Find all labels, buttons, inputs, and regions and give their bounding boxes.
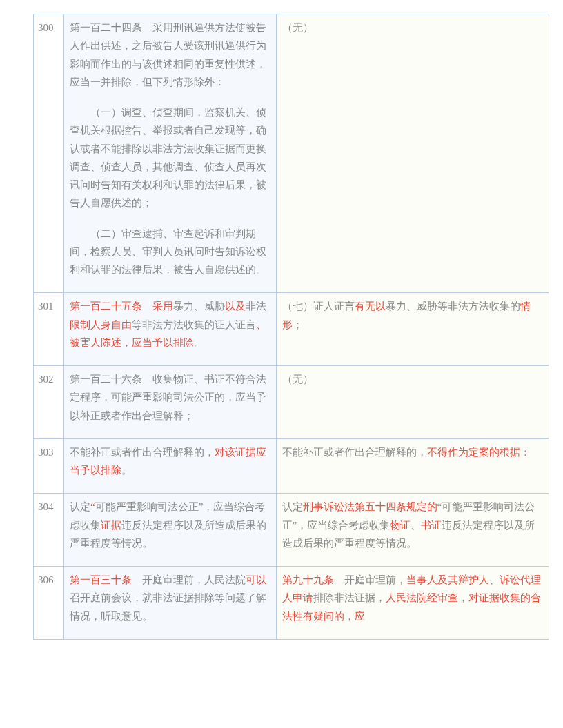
text: 非法: [246, 301, 266, 312]
comparison-table: 300 第一百二十四条 采用刑讯逼供方法使被告人作出供述，之后被告人受该刑讯逼供…: [33, 14, 549, 640]
highlight: “: [90, 501, 95, 512]
text: 不能补正或者作出合理解释的，: [282, 447, 427, 458]
text: 暴力、威胁等非法方法收集的: [386, 301, 520, 312]
paragraph: （二）审查逮捕、审查起诉和审判期间，检察人员、审判人员讯问时告知诉讼权利和认罪的…: [70, 225, 270, 279]
right-cell: （七）证人证言有无以暴力、威胁等非法方法收集的情形；: [276, 293, 549, 366]
table-row: 300 第一百二十四条 采用刑讯逼供方法使被告人作出供述，之后被告人受该刑讯逼供…: [34, 14, 549, 293]
left-cell: 第一百三十条 开庭审理前，人民法院可以召开庭前会议，就非法证据排除等问题了解情况…: [63, 567, 276, 640]
text: （七）: [282, 301, 313, 312]
highlight: 不得作为定案的根据: [427, 447, 520, 458]
text: 排除非法证据，: [313, 592, 386, 603]
text: 证人证言: [313, 301, 355, 312]
text: 开庭审理前，: [334, 574, 406, 585]
highlight: 第九十九条: [282, 574, 334, 585]
highlight: 可以: [246, 574, 266, 585]
row-number: 302: [34, 366, 64, 439]
row-number: 303: [34, 438, 64, 494]
text: 召开庭前会议，就非法证据排除等问题了解情况，听取意见。: [70, 592, 266, 621]
text: 暴力、威胁: [173, 301, 225, 312]
text: ，: [458, 592, 468, 603]
left-cell: 第一百二十六条 收集物证、书证不符合法定程序，可能严重影响司法公正的，应当予以补…: [63, 366, 276, 439]
highlight: 当事人及其辩护人: [406, 574, 489, 585]
table-row: 303 不能补正或者作出合理解释的，对该证据应当予以排除。 不能补正或者作出合理…: [34, 438, 549, 494]
right-cell: 不能补正或者作出合理解释的，不得作为定案的根据：: [276, 438, 549, 494]
text: 、: [411, 520, 421, 531]
text: 开庭审理前，人民法院: [132, 574, 246, 585]
table-row: 301 第一百二十五条 采用暴力、威胁以及非法限制人身自由等非法方法收集的证人证…: [34, 293, 549, 366]
text: 。: [194, 337, 204, 348]
text: 等非法方法收集的证人证言: [132, 319, 256, 330]
right-cell: （无）: [276, 14, 549, 293]
right-cell: 第九十九条 开庭审理前，当事人及其辩护人、诉讼代理人申请排除非法证据，人民法院经…: [276, 567, 549, 640]
table-row: 302 第一百二十六条 收集物证、书证不符合法定程序，可能严重影响司法公正的，应…: [34, 366, 549, 439]
paragraph: （无）: [282, 374, 313, 385]
highlight: 证据: [101, 520, 121, 531]
row-number: 306: [34, 567, 64, 640]
right-cell: （无）: [276, 366, 549, 439]
highlight: 以及: [225, 301, 246, 312]
highlight: 刑事诉讼法第五十四条规定的: [303, 501, 437, 512]
table-row: 306 第一百三十条 开庭审理前，人民法院可以召开庭前会议，就非法证据排除等问题…: [34, 567, 549, 640]
row-number: 301: [34, 293, 64, 366]
text: ：: [520, 447, 531, 458]
highlight: 有无以: [355, 301, 386, 312]
text: ，: [344, 611, 355, 622]
paragraph: （一）调查、侦查期间，监察机关、侦查机关根据控告、举报或者自己发现等，确认或者不…: [70, 103, 270, 212]
text: ；: [293, 319, 303, 330]
left-cell: 认定“可能严重影响司法公正”，应当综合考虑收集证据违反法定程序以及所造成后果的严…: [63, 494, 276, 567]
left-cell: 不能补正或者作出合理解释的，对该证据应当予以排除。: [63, 438, 276, 494]
text: 认定: [70, 501, 90, 512]
highlight: 物证: [390, 520, 411, 531]
left-cell: 第一百二十五条 采用暴力、威胁以及非法限制人身自由等非法方法收集的证人证言、被害…: [63, 293, 276, 366]
highlight: 第一百二十五条 采用: [70, 301, 173, 312]
text: 认定: [282, 501, 303, 512]
row-number: 304: [34, 494, 64, 567]
highlight: 限制人身自由: [70, 319, 132, 330]
right-cell: 认定刑事诉讼法第五十四条规定的“可能严重影响司法公正”，应当综合考虑收集物证、书…: [276, 494, 549, 567]
paragraph: 第一百二十四条 采用刑讯逼供方法使被告人作出供述，之后被告人受该刑讯逼供行为影响…: [70, 22, 266, 88]
table-row: 304 认定“可能严重影响司法公正”，应当综合考虑收集证据违反法定程序以及所造成…: [34, 494, 549, 567]
text: 。: [121, 465, 132, 476]
highlight: 第一百三十条: [70, 574, 132, 585]
highlight: 人民法院经审查: [386, 592, 458, 603]
text: 、: [489, 574, 500, 585]
paragraph: 第一百二十六条 收集物证、书证不符合法定程序，可能严重影响司法公正的，应当予以补…: [70, 374, 266, 421]
left-cell: 第一百二十四条 采用刑讯逼供方法使被告人作出供述，之后被告人受该刑讯逼供行为影响…: [63, 14, 276, 293]
paragraph: （无）: [282, 22, 313, 33]
highlight: 应: [355, 611, 365, 622]
text: 不能补正或者作出合理解释的，: [70, 447, 215, 458]
row-number: 300: [34, 14, 64, 293]
highlight: 书证: [421, 520, 442, 531]
